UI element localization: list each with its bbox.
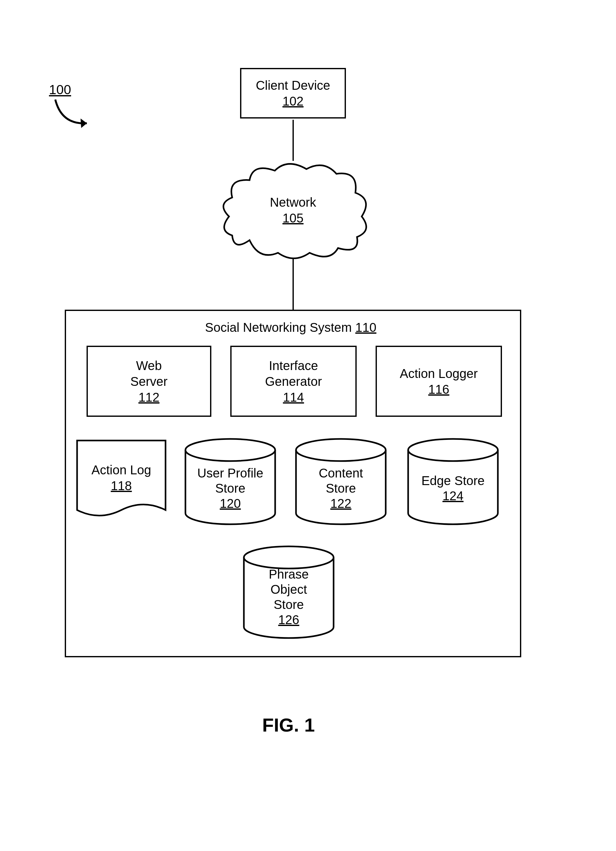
action-log-document: Action Log 118 xyxy=(75,439,167,521)
content-store-number: 122 xyxy=(331,496,352,511)
client-device-label: Client Device xyxy=(256,77,331,93)
web-server-number: 112 xyxy=(138,389,159,405)
web-server-box: Web Server 112 xyxy=(87,346,211,417)
edge-store-cylinder: Edge Store 124 xyxy=(406,438,500,526)
user-profile-store-label: User Profile Store xyxy=(197,466,263,496)
system-number: 110 xyxy=(355,320,377,334)
reference-arrow-icon xyxy=(49,96,99,134)
connector-client-network xyxy=(293,120,294,161)
action-log-label: Action Log xyxy=(91,462,151,478)
action-log-number: 118 xyxy=(111,478,132,493)
content-store-cylinder: Content Store 122 xyxy=(293,438,388,526)
network-cloud: Network 105 xyxy=(215,156,371,264)
figure-caption: FIG. 1 xyxy=(262,714,315,736)
phrase-object-store-label: Phrase Object Store xyxy=(269,567,309,612)
edge-store-label: Edge Store xyxy=(421,473,485,488)
diagram-canvas: 100 Client Device 102 Network 105 Social… xyxy=(0,0,616,851)
social-networking-system-box: Social Networking System 110 Web Server … xyxy=(65,310,521,657)
phrase-object-store-number: 126 xyxy=(278,612,299,627)
svg-marker-0 xyxy=(81,119,87,128)
web-server-label: Web Server xyxy=(131,358,168,389)
interface-generator-label: Interface Generator xyxy=(265,358,322,389)
network-label: Network xyxy=(270,194,316,210)
phrase-object-store-cylinder: Phrase Object Store 126 xyxy=(241,545,336,640)
user-profile-store-number: 120 xyxy=(220,496,241,511)
action-logger-label: Action Logger xyxy=(400,365,478,382)
content-store-label: Content Store xyxy=(319,466,363,496)
client-device-box: Client Device 102 xyxy=(240,68,346,119)
system-title: Social Networking System 110 xyxy=(205,320,376,335)
user-profile-store-cylinder: User Profile Store 120 xyxy=(183,438,278,526)
edge-store-number: 124 xyxy=(443,488,464,504)
connector-network-system xyxy=(293,259,294,311)
action-logger-number: 116 xyxy=(428,382,449,397)
client-device-number: 102 xyxy=(282,93,303,109)
interface-generator-number: 114 xyxy=(283,389,304,405)
network-number: 105 xyxy=(282,210,303,226)
interface-generator-box: Interface Generator 114 xyxy=(230,346,357,417)
action-logger-box: Action Logger 116 xyxy=(376,346,502,417)
system-label-text: Social Networking System xyxy=(205,320,352,334)
reference-number-100: 100 xyxy=(49,82,71,97)
